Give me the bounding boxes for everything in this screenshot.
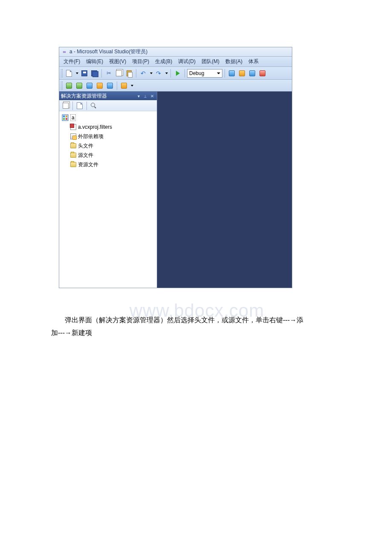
undo-icon: ↶ (141, 70, 146, 77)
panel-showall-button[interactable] (75, 101, 84, 110)
tree-root-project[interactable]: a (60, 113, 156, 122)
menu-view[interactable]: 视图(V) (107, 57, 129, 66)
references-icon (70, 133, 76, 139)
instruction-line-1: 弹出界面（解决方案资源管理器）然后选择头文件，或源文件，单击右键---→添 (65, 316, 303, 324)
svg-rect-3 (63, 118, 65, 120)
instruction-line-2: 加---→新建项 (51, 329, 92, 336)
start-button[interactable] (173, 69, 182, 78)
toolbar2-dropdown[interactable] (130, 81, 134, 90)
toolbar2-button-1[interactable] (64, 81, 74, 90)
tree-item-filters[interactable]: a.vcxproj.filters (60, 122, 156, 132)
tree-item-label: a.vcxproj.filters (78, 124, 112, 130)
save-button[interactable] (80, 69, 89, 78)
window-title: a - Microsoft Visual Studio(管理员) (69, 48, 147, 55)
toolbar2-button-4[interactable] (95, 81, 104, 90)
folder-icon (70, 153, 76, 158)
toolbar-grip-icon (61, 69, 63, 78)
panel-title: 解决方案资源管理器 (61, 92, 107, 100)
main-toolbar: ✂ ↶ ↷ Debug (59, 67, 292, 80)
menu-project[interactable]: 项目(P) (130, 57, 152, 66)
tree-item-label: 外部依赖项 (78, 133, 104, 140)
play-icon (176, 71, 180, 76)
tree-item-label: 源文件 (78, 152, 93, 159)
tool-icon (121, 83, 127, 89)
redo-icon: ↷ (156, 70, 161, 77)
editor-area (157, 92, 292, 288)
svg-rect-2 (66, 116, 67, 117)
new-file-button[interactable] (64, 69, 74, 78)
copy-icon (116, 70, 122, 76)
caret-down-icon (76, 72, 78, 74)
tool-icon (66, 83, 72, 89)
panel-viewcode-button[interactable] (89, 101, 98, 110)
filters-file-icon (70, 124, 76, 130)
save-icon (81, 70, 87, 76)
toolbar-button-c[interactable] (248, 69, 257, 78)
toolbar2-button-2[interactable] (75, 81, 84, 90)
toolbar-button-a[interactable] (227, 69, 236, 78)
save-all-icon (91, 70, 98, 76)
svg-rect-1 (63, 116, 65, 117)
undo-dropdown[interactable] (149, 69, 153, 78)
caret-down-icon (150, 72, 153, 74)
properties-icon (63, 103, 69, 109)
toolbar-button-d[interactable] (258, 69, 267, 78)
tree-item-headers[interactable]: 头文件 (60, 141, 156, 150)
redo-dropdown[interactable] (164, 69, 168, 78)
panel-options-button[interactable]: ▾ (135, 93, 141, 99)
menu-arch[interactable]: 体系 (246, 57, 261, 66)
caret-down-icon (165, 72, 168, 74)
toolbar-separator (170, 69, 171, 78)
toolbar-button-b[interactable] (237, 69, 247, 78)
tool-icon (107, 83, 113, 89)
tool-icon (97, 83, 103, 89)
menu-build[interactable]: 生成(B) (153, 57, 175, 66)
panel-toolbar (59, 100, 157, 111)
toolbar-grip-icon (61, 81, 63, 90)
paste-button[interactable] (124, 69, 134, 78)
toolbar2-button-6[interactable] (119, 81, 129, 90)
caret-down-icon (131, 85, 133, 87)
menu-edit[interactable]: 编辑(E) (84, 57, 106, 66)
vs-logo-icon: ∞ (61, 49, 68, 55)
menu-debug[interactable]: 调试(D) (176, 57, 198, 66)
copy-button[interactable] (114, 69, 124, 78)
toolbar-separator (72, 101, 73, 110)
cut-button[interactable]: ✂ (104, 69, 113, 78)
magnifier-icon (91, 103, 97, 109)
panel-pin-button[interactable]: ⟂ (142, 93, 148, 99)
toolbar2-button-3[interactable] (85, 81, 94, 90)
redo-button[interactable]: ↷ (154, 69, 163, 78)
svg-rect-4 (66, 118, 67, 120)
tool-icon (86, 83, 92, 89)
solution-config-dropdown[interactable]: Debug (187, 69, 222, 78)
toolbar2-button-5[interactable] (105, 81, 115, 90)
tree-item-label: 头文件 (78, 142, 93, 150)
tree-item-external-deps[interactable]: 外部依赖项 (60, 132, 156, 141)
folder-icon (70, 162, 76, 167)
panel-close-button[interactable]: ✕ (149, 93, 155, 99)
tool-icon (249, 70, 255, 76)
undo-button[interactable]: ↶ (138, 69, 148, 78)
new-file-icon (66, 70, 72, 77)
window-titlebar: ∞ a - Microsoft Visual Studio(管理员) (59, 47, 292, 57)
tree-root-label: a (70, 114, 76, 121)
tree-item-resources[interactable]: 资源文件 (60, 160, 156, 169)
toolbar-separator (101, 69, 102, 78)
solution-tree: a a.vcxproj.filters 外部依赖项 头文件 (59, 111, 157, 288)
tool-icon (229, 70, 235, 76)
tree-item-sources[interactable]: 源文件 (60, 150, 156, 160)
new-file-dropdown[interactable] (75, 69, 79, 78)
folder-icon (70, 143, 76, 148)
cut-icon: ✂ (107, 70, 111, 76)
instruction-paragraph: 弹出界面（解决方案资源管理器）然后选择头文件，或源文件，单击右键---→添 加-… (51, 314, 341, 340)
menu-data[interactable]: 数据(A) (223, 57, 245, 66)
toolbar-separator (225, 69, 225, 78)
panel-properties-button[interactable] (61, 101, 70, 110)
solution-explorer-panel: 解决方案资源管理器 ▾ ⟂ ✕ (59, 92, 157, 288)
save-all-button[interactable] (90, 69, 99, 78)
menu-team[interactable]: 团队(M) (199, 57, 222, 66)
menu-bar: 文件(F) 编辑(E) 视图(V) 项目(P) 生成(B) 调试(D) 团队(M… (59, 57, 292, 67)
menu-file[interactable]: 文件(F) (61, 57, 83, 66)
paste-icon (127, 70, 132, 76)
